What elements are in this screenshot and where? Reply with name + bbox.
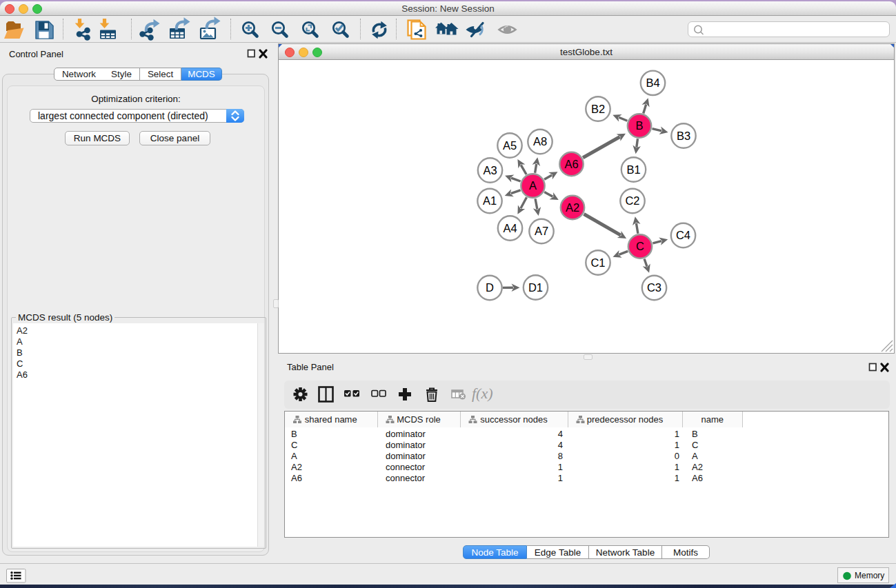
svg-text:A8: A8 [533,135,547,148]
svg-text:B2: B2 [591,103,605,115]
svg-text:D: D [486,281,494,294]
svg-text:C4: C4 [676,229,690,241]
svg-text:A1: A1 [483,194,497,207]
svg-text:A6: A6 [564,158,578,170]
svg-text:D1: D1 [528,281,543,294]
svg-text:C1: C1 [590,256,605,269]
svg-text:B1: B1 [626,163,640,176]
svg-text:A3: A3 [483,164,497,176]
svg-text:B: B [635,119,643,132]
svg-text:C2: C2 [625,194,639,207]
svg-text:A: A [529,179,537,192]
svg-text:A4: A4 [503,222,517,234]
svg-text:C: C [636,240,644,252]
svg-text:A5: A5 [503,139,517,152]
svg-text:B3: B3 [677,130,690,142]
svg-text:A7: A7 [535,225,548,237]
svg-text:B4: B4 [646,77,659,89]
svg-text:C3: C3 [647,281,661,294]
svg-text:A2: A2 [566,201,579,214]
